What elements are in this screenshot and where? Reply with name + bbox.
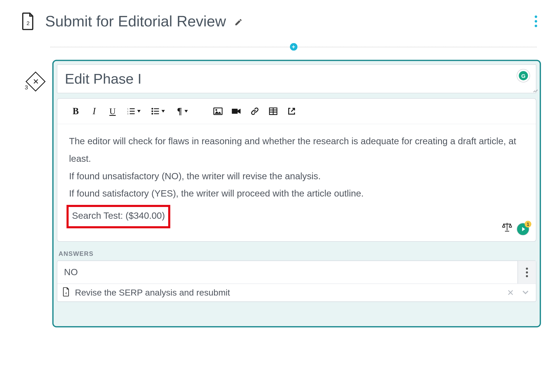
svg-point-8 bbox=[151, 113, 153, 114]
body-line-1: The editor will check for flaws in reaso… bbox=[69, 132, 524, 168]
answer-block: NO 4 Revise the SERP analysis and resubm… bbox=[57, 261, 537, 302]
balance-scale-icon[interactable] bbox=[502, 221, 513, 238]
resize-handle[interactable] bbox=[531, 87, 536, 92]
editor-content[interactable]: The editor will check for flaws in reaso… bbox=[57, 124, 536, 241]
step-title-text: Submit for Editorial Review bbox=[45, 13, 226, 30]
svg-rect-1 bbox=[130, 111, 135, 112]
answers-section-label: ANSWERS bbox=[59, 250, 535, 257]
add-step-divider: + bbox=[50, 47, 537, 47]
svg-rect-11 bbox=[154, 113, 159, 114]
svg-point-7 bbox=[151, 110, 153, 112]
step-title[interactable]: Submit for Editorial Review bbox=[45, 13, 531, 30]
link-button[interactable] bbox=[246, 104, 263, 119]
add-step-button[interactable]: + bbox=[290, 43, 297, 51]
svg-rect-10 bbox=[154, 111, 159, 112]
image-button[interactable] bbox=[210, 104, 226, 119]
step-menu-button[interactable] bbox=[531, 14, 541, 28]
table-button[interactable] bbox=[265, 104, 282, 119]
svg-text:2: 2 bbox=[127, 110, 128, 113]
document-step-icon: 2 bbox=[21, 13, 35, 30]
editor-toolbar: B I U 123 ¶ bbox=[57, 99, 536, 124]
external-link-button[interactable] bbox=[283, 104, 300, 119]
highlighted-cost-text: Search Test: ($340.00) bbox=[66, 205, 170, 228]
italic-button[interactable]: I bbox=[86, 104, 103, 119]
ordered-list-button[interactable]: 123 bbox=[123, 104, 145, 119]
answer-option-label[interactable]: NO bbox=[57, 261, 517, 283]
substep-text[interactable]: Revise the SERP analysis and resubmit bbox=[75, 288, 499, 298]
step-number: 2 bbox=[21, 20, 35, 26]
decision-icon: ✕ 3 bbox=[26, 72, 45, 91]
decision-number: 3 bbox=[25, 84, 28, 91]
grammarly-play-icon[interactable]: 1 bbox=[517, 223, 529, 235]
svg-text:1: 1 bbox=[127, 108, 128, 110]
answer-menu-button[interactable] bbox=[517, 261, 536, 283]
svg-point-6 bbox=[151, 108, 153, 109]
svg-point-13 bbox=[215, 109, 217, 111]
expand-substep-button[interactable] bbox=[522, 289, 531, 297]
grammarly-count-badge: 1 bbox=[525, 221, 531, 228]
decision-card: G B I U 123 bbox=[52, 60, 541, 327]
svg-text:3: 3 bbox=[127, 113, 128, 114]
svg-text:4: 4 bbox=[65, 291, 67, 295]
video-button[interactable] bbox=[228, 104, 245, 119]
body-line-3: If found satisfactory (YES), the writer … bbox=[69, 185, 524, 203]
substep-document-icon: 4 bbox=[62, 287, 70, 298]
bold-button[interactable]: B bbox=[67, 104, 84, 119]
body-line-2: If found unsatisfactory (NO), the writer… bbox=[69, 168, 524, 185]
paragraph-format-button[interactable]: ¶ bbox=[171, 104, 193, 119]
svg-rect-9 bbox=[154, 108, 159, 109]
edit-title-icon[interactable] bbox=[234, 13, 243, 30]
remove-substep-button[interactable]: ✕ bbox=[505, 288, 517, 298]
unordered-list-button[interactable] bbox=[147, 104, 169, 119]
grammarly-indicator-icon[interactable]: G bbox=[517, 69, 530, 82]
answer-substep-row: 4 Revise the SERP analysis and resubmit … bbox=[57, 284, 536, 302]
card-gutter: ✕ 3 bbox=[19, 60, 52, 91]
svg-rect-0 bbox=[130, 108, 135, 109]
svg-rect-2 bbox=[130, 113, 135, 114]
step-header: 2 Submit for Editorial Review bbox=[0, 0, 558, 34]
card-title-field[interactable]: G bbox=[57, 64, 537, 93]
card-title-input[interactable] bbox=[65, 71, 499, 87]
rich-text-editor: B I U 123 ¶ bbox=[57, 98, 537, 242]
underline-button[interactable]: U bbox=[104, 104, 121, 119]
svg-rect-14 bbox=[232, 109, 237, 114]
